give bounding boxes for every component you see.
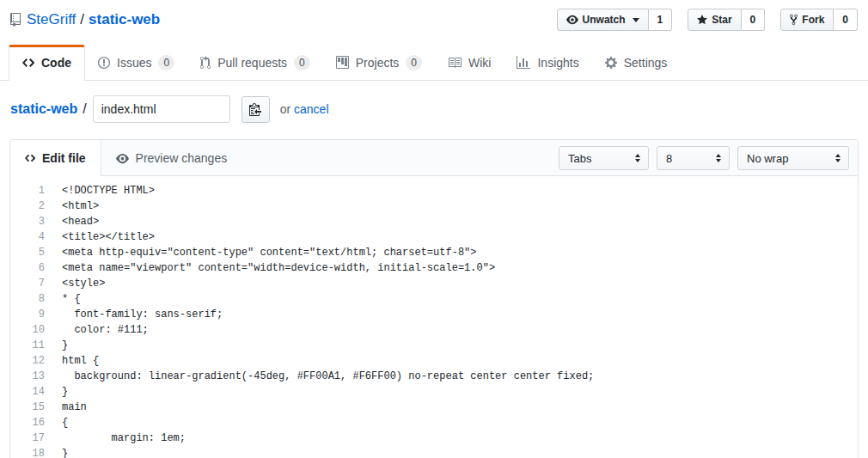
code-line[interactable]: 10 color: #111; xyxy=(10,322,858,338)
code-line[interactable]: 13 background: linear-gradient(-45deg, #… xyxy=(10,369,858,384)
cancel-link[interactable]: cancel xyxy=(294,102,328,116)
code-line[interactable]: 1<!DOCTYPE HTML> xyxy=(10,183,858,198)
code-line[interactable]: 9 font-family: sans-serif; xyxy=(10,307,858,322)
line-content: main xyxy=(45,400,87,415)
wrap-mode-value: No wrap xyxy=(747,152,788,165)
repo-nav: CodeIssues0Pull requests0Projects0WikiIn… xyxy=(0,45,868,81)
line-content: <meta http-equiv="content-type" content=… xyxy=(45,245,476,260)
line-content: margin: 1em; xyxy=(45,431,186,446)
unwatch-button-group: Unwatch1 xyxy=(557,9,673,31)
line-number: 9 xyxy=(10,307,45,322)
line-number: 16 xyxy=(10,415,45,431)
indent-size-select[interactable]: 8 xyxy=(657,146,730,170)
code-line[interactable]: 2<html> xyxy=(10,198,858,214)
code-line[interactable]: 3<head> xyxy=(10,214,858,229)
file-editor: Edit file Preview changes Tabs 8 No wrap… xyxy=(9,139,859,458)
nav-tab-issues-label: Issues xyxy=(117,56,151,70)
tab-edit-file[interactable]: Edit file xyxy=(10,140,101,176)
nav-tab-code[interactable]: Code xyxy=(9,45,85,81)
line-number: 3 xyxy=(10,214,45,229)
star-icon xyxy=(697,14,707,26)
code-line[interactable]: 14} xyxy=(10,384,858,400)
nav-tab-pull-requests[interactable]: Pull requests0 xyxy=(187,45,323,81)
line-number: 14 xyxy=(10,384,45,400)
repo-owner-link[interactable]: SteGriff xyxy=(27,9,76,31)
nav-tab-issues[interactable]: Issues0 xyxy=(85,45,187,81)
nav-tab-projects[interactable]: Projects0 xyxy=(323,45,435,81)
path-separator: / xyxy=(80,9,84,31)
code-icon xyxy=(22,56,34,70)
project-icon xyxy=(336,56,349,70)
indent-mode-select[interactable]: Tabs xyxy=(559,146,649,170)
nav-tab-projects-label: Projects xyxy=(356,56,400,70)
select-caret-icon xyxy=(635,154,640,162)
graph-icon xyxy=(517,56,530,70)
tab-preview-changes-label: Preview changes xyxy=(136,151,228,165)
line-number: 8 xyxy=(10,291,45,307)
repo-icon xyxy=(10,13,21,27)
line-content: html { xyxy=(45,353,99,369)
line-number: 13 xyxy=(10,369,45,384)
book-icon xyxy=(448,56,462,70)
code-line[interactable]: 7<style> xyxy=(10,276,858,291)
line-number: 7 xyxy=(10,276,45,291)
unwatch-label: Unwatch xyxy=(583,13,626,27)
repo-icon xyxy=(10,13,21,27)
nav-tab-insights[interactable]: Insights xyxy=(504,45,591,81)
copy-path-button[interactable] xyxy=(241,96,270,123)
code-editor-area[interactable]: 1<!DOCTYPE HTML>2<html>3<head>4<title></… xyxy=(10,176,858,458)
nav-tab-settings-label: Settings xyxy=(624,56,668,70)
breadcrumb-separator: / xyxy=(83,101,86,117)
line-content: <style> xyxy=(45,276,105,291)
eye-icon xyxy=(116,152,129,165)
filename-input[interactable] xyxy=(93,95,230,123)
nav-tab-wiki[interactable]: Wiki xyxy=(435,45,504,81)
caret-down-icon xyxy=(633,18,639,22)
fork-label: Fork xyxy=(802,13,824,27)
project-icon xyxy=(336,56,349,70)
unwatch-count[interactable]: 1 xyxy=(649,9,673,31)
line-number: 11 xyxy=(10,338,45,353)
line-number: 15 xyxy=(10,400,45,415)
star-count[interactable]: 0 xyxy=(742,9,766,31)
repo-name-link[interactable]: static-web xyxy=(89,9,160,31)
line-number: 6 xyxy=(10,260,45,276)
tab-edit-file-label: Edit file xyxy=(42,151,86,165)
code-line[interactable]: 4<title></title> xyxy=(10,229,858,245)
code-line[interactable]: 17 margin: 1em; xyxy=(10,431,858,446)
line-content: <html> xyxy=(45,198,99,214)
repo-title: SteGriff / static-web xyxy=(10,9,160,31)
indent-size-value: 8 xyxy=(666,152,672,165)
star-button[interactable]: Star xyxy=(688,9,741,31)
fork-count[interactable]: 0 xyxy=(834,9,858,31)
tab-preview-changes[interactable]: Preview changes xyxy=(101,140,242,176)
fork-icon xyxy=(790,14,798,26)
pull-request-icon xyxy=(200,56,211,70)
code-line[interactable]: 16{ xyxy=(10,415,858,431)
code-icon xyxy=(22,56,34,70)
code-line[interactable]: 12html { xyxy=(10,353,858,369)
nav-tab-settings[interactable]: Settings xyxy=(592,45,681,81)
repo-actions: Unwatch1Star0Fork0 xyxy=(557,9,858,31)
line-content: background: linear-gradient(-45deg, #FF0… xyxy=(45,369,594,384)
book-icon xyxy=(448,56,462,70)
indent-mode-value: Tabs xyxy=(568,152,591,165)
gear-icon xyxy=(605,56,617,70)
wrap-mode-select[interactable]: No wrap xyxy=(737,146,849,170)
or-cancel: or cancel xyxy=(280,102,329,116)
nav-tab-issues-count: 0 xyxy=(158,55,174,70)
code-icon xyxy=(25,152,35,164)
star-label: Star xyxy=(712,13,731,27)
code-line[interactable]: 15main xyxy=(10,400,858,415)
line-number: 4 xyxy=(10,229,45,245)
code-line[interactable]: 8* { xyxy=(10,291,858,307)
line-content: } xyxy=(45,446,68,458)
nav-tab-pull-requests-label: Pull requests xyxy=(217,56,287,70)
breadcrumb-repo-link[interactable]: static-web xyxy=(10,101,77,117)
code-line[interactable]: 18} xyxy=(10,446,858,458)
fork-button[interactable]: Fork xyxy=(780,9,834,31)
code-line[interactable]: 6<meta name="viewport" content="width=de… xyxy=(10,260,858,276)
unwatch-button[interactable]: Unwatch xyxy=(557,9,649,31)
code-line[interactable]: 11} xyxy=(10,338,858,353)
code-line[interactable]: 5<meta http-equiv="content-type" content… xyxy=(10,245,858,260)
